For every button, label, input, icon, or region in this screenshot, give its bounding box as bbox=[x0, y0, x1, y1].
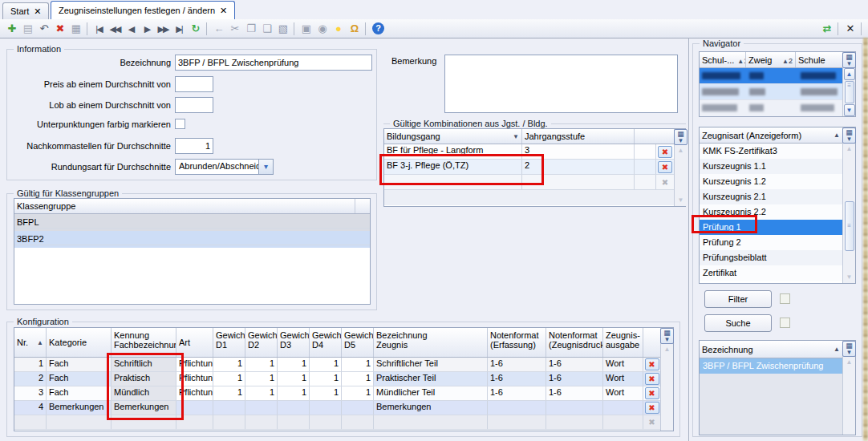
gewicht-d3-cell[interactable]: 1 bbox=[278, 386, 310, 401]
list-item[interactable]: Kurszeugnis 1.2 bbox=[700, 174, 842, 189]
gewicht-d4-cell[interactable]: 1 bbox=[310, 386, 342, 401]
tab-start[interactable]: Start ✕ bbox=[2, 2, 49, 19]
list-item[interactable]: Kurszeugnis 2.1 bbox=[700, 189, 842, 204]
school-row[interactable] bbox=[700, 84, 842, 100]
list-item-selected[interactable]: 3BFP / BFPL Zwischenprüfung bbox=[700, 358, 842, 374]
klassengruppe-row[interactable]: 3BFP2 bbox=[14, 231, 370, 248]
nav-prev-fast-icon[interactable]: ◀◀ bbox=[107, 21, 123, 37]
filter-button[interactable]: Filter bbox=[704, 290, 772, 308]
zeugnisart-scrollbar[interactable]: ▦ ▾ ▲ ≡ ▼ bbox=[842, 127, 855, 283]
disc-icon[interactable]: ◉ bbox=[314, 21, 330, 37]
kombination-row[interactable]: BF 3-j. Pflege (Ö,TZ) 2 ✖ bbox=[384, 160, 674, 175]
school-scrollbar[interactable]: ▦ ▾ ▲ ≡ ▼ bbox=[842, 52, 855, 116]
help-icon[interactable]: ? bbox=[372, 22, 384, 34]
column-header-klassengruppe[interactable]: Klassengruppe bbox=[17, 201, 75, 211]
konfiguration-row[interactable]: 4 Bemerkungen Bemerkungen Bemerkungen ✖ bbox=[14, 401, 660, 415]
list-item[interactable]: Zertifikat bbox=[700, 265, 842, 281]
gewicht-d3-cell[interactable]: 1 bbox=[278, 358, 310, 372]
cut-icon[interactable]: ✂ bbox=[226, 21, 242, 37]
close-pane-icon[interactable]: ✕ bbox=[842, 21, 858, 37]
konfiguration-row[interactable]: 1 Fach Schriftlich Pflichtunt 1 1 1 1 1 … bbox=[14, 358, 660, 372]
sync-icon[interactable]: ⇄ bbox=[818, 21, 834, 37]
unterpunktungen-checkbox[interactable] bbox=[175, 119, 185, 129]
bemerkung-textarea[interactable] bbox=[444, 55, 678, 113]
column-header-nr[interactable]: Nr. bbox=[17, 338, 28, 347]
column-header-gewicht-d5[interactable]: GewichtD5 bbox=[342, 328, 374, 357]
new-document-icon[interactable]: ✚ bbox=[3, 21, 19, 37]
delete-row-button[interactable]: ✖ bbox=[645, 373, 659, 385]
delete-row-button[interactable]: ✖ bbox=[645, 402, 659, 414]
gewicht-d3-cell[interactable]: 1 bbox=[278, 372, 310, 386]
konfiguration-row-empty[interactable]: ✖ bbox=[14, 415, 660, 430]
panel-splitter[interactable] bbox=[688, 38, 689, 441]
column-header-notenformat-erfassung[interactable]: Notenformat(Erfassung) bbox=[488, 328, 546, 357]
suche-button[interactable]: Suche bbox=[704, 314, 772, 332]
select-region-icon[interactable]: ▧ bbox=[274, 21, 290, 37]
list-item[interactable]: Kurszeugnis 1.1 bbox=[700, 159, 842, 174]
list-item[interactable]: Prüfungsbeiblatt bbox=[700, 250, 842, 265]
gewicht-d4-cell[interactable]: 1 bbox=[310, 358, 342, 372]
list-item-selected[interactable]: Prüfung 1 bbox=[700, 220, 842, 235]
column-header-schulart[interactable]: Schul-... bbox=[702, 55, 734, 65]
back-arrow-icon[interactable]: ← bbox=[210, 21, 226, 37]
nav-first-icon[interactable]: |◀ bbox=[91, 21, 107, 37]
column-header-zeugnisart[interactable]: Zeugnisart (Anzeigeform) bbox=[702, 131, 801, 140]
gewicht-d3-cell[interactable] bbox=[278, 401, 310, 415]
list-item[interactable]: KMK FS-Zertifikat3 bbox=[700, 144, 842, 159]
gewicht-d2-cell[interactable]: 1 bbox=[245, 372, 278, 386]
gewicht-d4-cell[interactable] bbox=[310, 401, 342, 415]
gewicht-d5-cell[interactable] bbox=[342, 401, 374, 415]
konfiguration-row[interactable]: 2 Fach Praktisch Pflichtunt 1 1 1 1 1 Pr… bbox=[14, 372, 660, 386]
nachkommastellen-input[interactable] bbox=[175, 138, 213, 154]
column-header-zweig[interactable]: Zweig bbox=[748, 55, 772, 65]
save-icon[interactable]: ▤ bbox=[19, 21, 35, 37]
kombination-row[interactable]: BF für Pflege - Langform 3 ✖ bbox=[384, 144, 674, 160]
lob-input[interactable] bbox=[175, 97, 213, 113]
column-picker-icon[interactable]: ▦ ▾ bbox=[842, 52, 856, 68]
column-header-bildungsgang[interactable]: Bildungsgang bbox=[387, 131, 440, 141]
school-row-selected[interactable] bbox=[700, 68, 842, 84]
list-item[interactable]: Prüfung 2 bbox=[700, 235, 842, 250]
scrollbar-thumb[interactable]: ≡ bbox=[845, 81, 854, 103]
gewicht-d5-cell[interactable]: 1 bbox=[342, 386, 374, 401]
nav-prev-icon[interactable]: ◀ bbox=[123, 21, 139, 37]
nav-next-fast-icon[interactable]: ▶▶ bbox=[155, 21, 171, 37]
column-header-gewicht-d1[interactable]: GewichtD1 bbox=[213, 328, 245, 357]
column-header-art[interactable]: Art bbox=[179, 338, 190, 347]
scrollbar-thumb[interactable]: ≡ bbox=[845, 201, 854, 251]
bell-icon[interactable]: Ω bbox=[346, 21, 362, 37]
delete-icon[interactable]: ✖ bbox=[51, 21, 67, 37]
kombination-row-empty[interactable]: ✖ bbox=[384, 175, 674, 190]
column-picker-icon[interactable]: ▦ ▾ bbox=[842, 341, 856, 357]
scroll-up-icon[interactable]: ▲ bbox=[844, 68, 855, 80]
gewicht-d1-cell[interactable]: 1 bbox=[213, 386, 245, 401]
refresh-icon[interactable]: ↻ bbox=[187, 21, 203, 37]
paste-icon[interactable]: ❑ bbox=[258, 21, 274, 37]
column-header-bezeichnung[interactable]: Bezeichnung bbox=[702, 345, 753, 354]
delete-row-button[interactable]: ✖ bbox=[645, 387, 659, 399]
form-properties-icon[interactable]: ▦ bbox=[67, 21, 83, 37]
delete-row-button[interactable]: ✖ bbox=[645, 358, 659, 370]
print-icon[interactable]: ▣ bbox=[298, 21, 314, 37]
column-picker-icon[interactable]: ▦ ▾ bbox=[660, 328, 674, 344]
scroll-down-icon[interactable]: ▼ bbox=[844, 104, 855, 116]
column-header-kategorie[interactable]: Kategorie bbox=[49, 338, 87, 347]
gewicht-d2-cell[interactable] bbox=[245, 401, 278, 415]
suche-checkbox[interactable] bbox=[780, 318, 790, 328]
tab-zeugniseinstellungen[interactable]: Zeugniseinstellungen festlegen / ändern … bbox=[51, 1, 235, 19]
school-row[interactable] bbox=[700, 100, 842, 116]
delete-row-button[interactable]: ✖ bbox=[658, 146, 672, 158]
chevron-down-icon[interactable]: ▾ bbox=[258, 160, 273, 174]
column-header-gewicht-d2[interactable]: GewichtD2 bbox=[245, 328, 278, 357]
undo-icon[interactable]: ↶ bbox=[35, 21, 51, 37]
list-item[interactable]: Kurszeugnis 2.2 bbox=[700, 204, 842, 220]
column-picker-icon[interactable]: ▦ ▾ bbox=[674, 129, 688, 145]
column-header-schule[interactable]: Schule bbox=[798, 55, 825, 65]
delete-row-button[interactable]: ✖ bbox=[658, 161, 672, 173]
column-header-gewicht-d4[interactable]: GewichtD4 bbox=[310, 328, 342, 357]
column-header-jahrgangsstufe[interactable]: Jahrgangsstufe bbox=[525, 131, 585, 141]
tab-start-close-icon[interactable]: ✕ bbox=[34, 6, 41, 17]
konfiguration-scrollbar[interactable]: ▦ ▾ ▲ bbox=[660, 328, 673, 431]
bezeichnung-scrollbar[interactable]: ▦ ▾ ▲ bbox=[842, 341, 855, 435]
gewicht-d4-cell[interactable]: 1 bbox=[310, 372, 342, 386]
